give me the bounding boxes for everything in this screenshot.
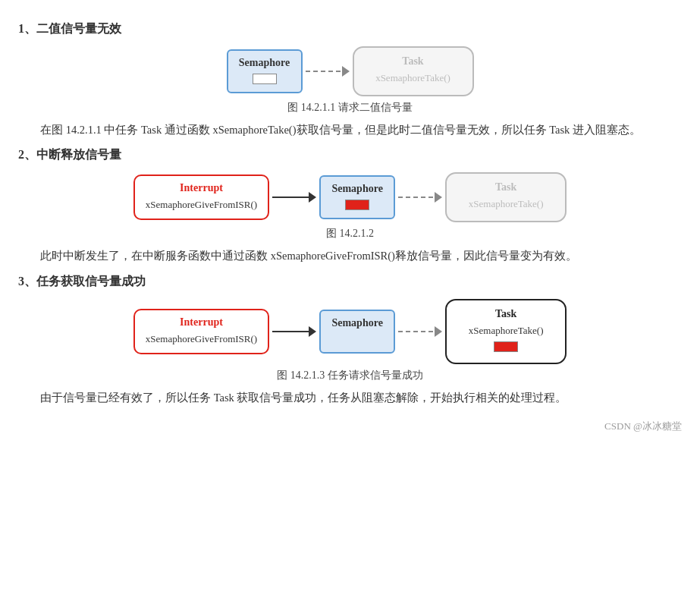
- section-1: 1、二值信号量无效 Semaphore Task xSemaphoreTake(…: [18, 21, 682, 140]
- task-box-2: Task xSemaphoreTake(): [445, 172, 567, 222]
- task-label-1: Task: [402, 55, 423, 68]
- diagram-3: Interrupt xSemaphoreGiveFromISR() Semaph…: [18, 299, 682, 364]
- task-func-1: xSemaphoreTake(): [375, 72, 450, 84]
- watermark: CSDN @冰冰糖堂: [18, 420, 682, 433]
- semaphore-box-1: Semaphore: [227, 49, 303, 93]
- arrow-solid-3: [272, 326, 316, 337]
- arrow-dashed-1: [306, 66, 350, 77]
- fig-caption-3: 图 14.2.1.3 任务请求信号量成功: [18, 369, 682, 382]
- arrow-dashed-2: [398, 192, 442, 203]
- arrow-head-2: [309, 192, 316, 203]
- semaphore-box-3: Semaphore: [319, 310, 395, 354]
- task-func-3: xSemaphoreTake(): [469, 325, 544, 337]
- interrupt-box-2: Interrupt xSemaphoreGiveFromISR(): [133, 175, 269, 220]
- arrow-solid-2: [272, 192, 316, 203]
- section-1-title: 1、二值信号量无效: [18, 21, 682, 37]
- section-2: 2、中断释放信号量 Interrupt xSemaphoreGiveFromIS…: [18, 147, 682, 266]
- arrow-line-2b: [398, 197, 435, 198]
- arrow-line-3b: [398, 331, 435, 332]
- arrow-head-3b: [435, 326, 442, 337]
- diagram-1: Semaphore Task xSemaphoreTake(): [18, 46, 682, 96]
- section-3: 3、任务获取信号量成功 Interrupt xSemaphoreGiveFrom…: [18, 274, 682, 407]
- interrupt-box-3: Interrupt xSemaphoreGiveFromISR(): [133, 309, 269, 354]
- task-box-3: Task xSemaphoreTake(): [445, 299, 567, 364]
- paragraph-3: 由于信号量已经有效了，所以任务 Task 获取信号量成功，任务从阻塞态解除，开始…: [18, 388, 682, 407]
- diagram-2: Interrupt xSemaphoreGiveFromISR() Semaph…: [18, 172, 682, 222]
- arrow-head-2b: [435, 192, 442, 203]
- semaphore-label-1: Semaphore: [239, 57, 290, 69]
- task-func-2: xSemaphoreTake(): [469, 198, 544, 210]
- arrow-head-3: [309, 326, 316, 337]
- interrupt-label-3: Interrupt: [180, 316, 223, 329]
- semaphore-indicator-3: [345, 334, 369, 344]
- task-indicator-3: [494, 341, 518, 352]
- task-box-1: Task xSemaphoreTake(): [353, 46, 474, 96]
- interrupt-func-2: xSemaphoreGiveFromISR(): [146, 199, 257, 211]
- fig-caption-1: 图 14.2.1.1 请求二值信号量: [18, 101, 682, 115]
- fig-caption-2: 图 14.2.1.2: [18, 227, 682, 241]
- interrupt-func-3: xSemaphoreGiveFromISR(): [146, 333, 257, 345]
- semaphore-box-2: Semaphore: [319, 175, 395, 219]
- arrow-dashed-3: [398, 326, 442, 337]
- semaphore-indicator-1: [253, 74, 277, 84]
- interrupt-label-2: Interrupt: [180, 182, 223, 194]
- arrow-line-3: [272, 331, 309, 332]
- task-label-3: Task: [495, 308, 516, 320]
- arrow-line-2: [272, 197, 309, 198]
- section-2-title: 2、中断释放信号量: [18, 147, 682, 163]
- semaphore-label-3: Semaphore: [331, 317, 382, 329]
- section-3-title: 3、任务获取信号量成功: [18, 274, 682, 290]
- semaphore-indicator-2: [345, 200, 369, 210]
- arrow-head-1: [342, 66, 350, 77]
- arrow-line-1: [306, 71, 342, 72]
- paragraph-1: 在图 14.2.1.1 中任务 Task 通过函数 xSemaphoreTake…: [18, 121, 682, 140]
- semaphore-label-2: Semaphore: [331, 183, 382, 195]
- task-label-2: Task: [495, 181, 516, 193]
- paragraph-2: 此时中断发生了，在中断服务函数中通过函数 xSemaphoreGiveFromI…: [18, 247, 682, 266]
